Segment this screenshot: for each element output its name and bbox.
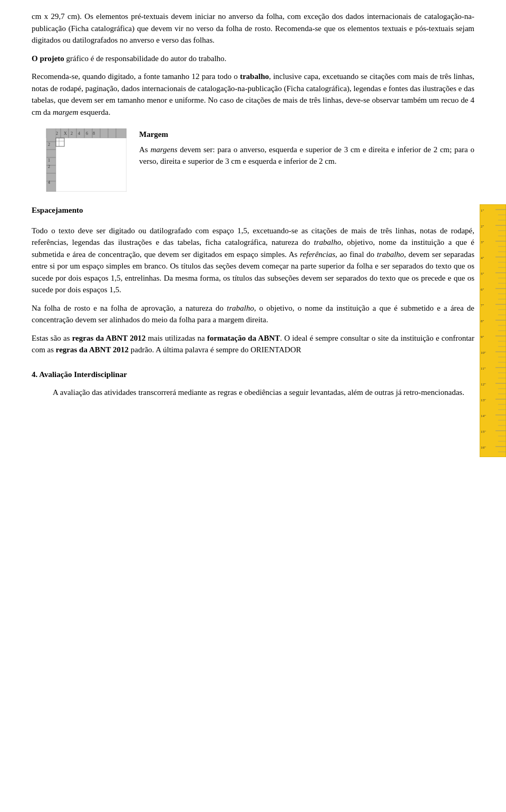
margem-section: 2 X 2 4 6 8 2 1 2 4 [32, 128, 474, 192]
svg-text:1": 1" [481, 209, 484, 213]
svg-text:2: 2 [48, 142, 50, 147]
espacejamento-paragraph-1: Todo o texto deve ser digitado ou datilo… [32, 225, 474, 296]
svg-text:12": 12" [481, 382, 486, 387]
svg-text:13": 13" [481, 398, 486, 402]
svg-text:3": 3" [481, 240, 484, 244]
svg-text:14": 14" [481, 414, 486, 418]
svg-text:10": 10" [481, 351, 486, 355]
espacejamento-section: 1" 2" 3" 4" 5" 6" [32, 204, 474, 356]
svg-text:2: 2 [48, 164, 50, 169]
svg-text:6": 6" [481, 288, 484, 292]
avaliacao-heading: Avaliação Interdisciplinar [39, 370, 127, 379]
espacejamento-title: Espacejamento [32, 204, 474, 216]
svg-text:4: 4 [48, 180, 50, 185]
svg-text:16": 16" [481, 445, 486, 450]
svg-text:11": 11" [481, 367, 486, 371]
svg-text:2: 2 [56, 131, 58, 136]
svg-text:1: 1 [48, 158, 50, 163]
svg-text:2": 2" [481, 224, 484, 229]
svg-text:7": 7" [481, 303, 484, 308]
svg-text:X: X [64, 131, 67, 136]
espacejamento-paragraph-2: Na folha de rosto e na folha de aprovaçã… [32, 302, 474, 326]
avaliacao-section: 4. Avaliação Interdisciplinar A avaliaçã… [32, 369, 474, 399]
svg-text:8: 8 [93, 131, 95, 136]
projeto-label: O projeto gráfico é de responsabilidade … [32, 54, 227, 63]
svg-text:4: 4 [78, 131, 80, 136]
intro-paragraph-1: cm x 29,7 cm). Os elementos pré-textuais… [32, 11, 474, 46]
yellow-ruler: 1" 2" 3" 4" 5" 6" [480, 204, 506, 457]
svg-text:9": 9" [481, 335, 484, 339]
margem-title: Margem [139, 128, 474, 141]
svg-text:8": 8" [481, 319, 484, 323]
margem-text: Margem As margens devem ser: para o anve… [139, 128, 474, 174]
avaliacao-number: 4. [32, 370, 37, 379]
svg-text:5": 5" [481, 272, 484, 276]
espacejamento-paragraph-3: Estas são as regras da ABNT 2012 mais ut… [32, 332, 474, 356]
svg-text:15": 15" [481, 430, 486, 434]
avaliacao-title: 4. Avaliação Interdisciplinar [32, 369, 474, 381]
avaliacao-indent: A avaliação das atividades transcorrerá … [53, 387, 474, 399]
svg-text:4": 4" [481, 256, 484, 260]
svg-text:6: 6 [86, 131, 88, 136]
svg-rect-27 [56, 138, 126, 192]
page-content: cm x 29,7 cm). Os elementos pré-textuais… [32, 11, 474, 399]
ruler-diagram: 2 X 2 4 6 8 2 1 2 4 [32, 128, 126, 192]
intro-paragraph-3: Recomenda-se, quando digitado, a fonte t… [32, 71, 474, 118]
margem-description: As margens devem ser: para o anverso, es… [139, 144, 474, 167]
intro-paragraph-2: O projeto gráfico é de responsabilidade … [32, 53, 474, 65]
svg-text:2: 2 [71, 131, 73, 136]
avaliacao-paragraph: A avaliação das atividades transcorrerá … [53, 387, 474, 399]
